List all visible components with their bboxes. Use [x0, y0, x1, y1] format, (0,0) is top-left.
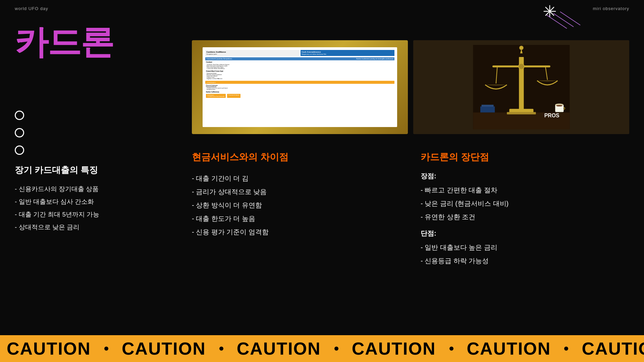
caution-text-2: CAUTION — [122, 339, 206, 359]
diff-item-5: - 신용 평가 기준이 엄격함 — [192, 225, 400, 239]
scales-svg: PROS — [446, 45, 597, 129]
diff-item-4: - 대출 한도가 더 높음 — [192, 212, 400, 225]
cons-item-2: - 신용등급 하락 가능성 — [421, 254, 629, 267]
diff-item-3: - 상환 방식이 더 유연함 — [192, 198, 400, 212]
left-item-4: - 상대적으로 낮은 금리 — [15, 221, 176, 234]
caution-text-5: CAUTION — [467, 339, 551, 359]
caution-dot-2 — [219, 347, 223, 351]
caution-text-6: CAUTION — [582, 339, 644, 359]
caution-text-4: CAUTION — [352, 339, 436, 359]
caution-banner: CAUTION CAUTION CAUTION CAUTION CAUTION … — [0, 335, 644, 362]
caution-dot-4 — [449, 347, 453, 351]
cons-item-1: - 일반 대출보다 높은 금리 — [421, 241, 629, 254]
images-container: Casblenc AndManceComparison point Cash A… — [192, 40, 629, 134]
svg-rect-6 — [509, 109, 533, 113]
deco-lines — [543, 10, 584, 30]
svg-rect-7 — [507, 112, 536, 114]
left-section-title: 장기 카드대출의 특징 — [15, 164, 176, 176]
svg-line-1 — [560, 12, 580, 25]
pros-cons-section: 카드론의 장단점 장점: - 빠르고 간편한 대출 절차 - 낮은 금리 (현금… — [421, 151, 629, 267]
svg-point-19 — [556, 105, 562, 106]
comparison-table-image: Casblenc AndManceComparison point Cash A… — [192, 40, 408, 134]
pros-content: - 빠르고 간편한 대출 절차 - 낮은 금리 (현금서비스 대비) - 유연한… — [421, 183, 629, 224]
left-section-content: - 신용카드사의 장기대출 상품 - 일반 대출보다 심사 간소화 - 대출 기… — [15, 183, 176, 234]
left-item-1: - 신용카드사의 장기대출 상품 — [15, 183, 176, 195]
left-section: 장기 카드대출의 특징 - 신용카드사의 장기대출 상품 - 일반 대출보다 심… — [15, 164, 176, 234]
diff-item-1: - 대출 기간이 더 김 — [192, 172, 400, 185]
comparison-table: Casblenc AndManceComparison point Cash A… — [203, 47, 397, 127]
bullet-circles — [15, 111, 24, 155]
difference-content: - 대출 기간이 더 김 - 금리가 상대적으로 낮음 - 상환 방식이 더 유… — [192, 172, 400, 239]
caution-text-1: CAUTION — [7, 339, 91, 359]
comparison-bg: Casblenc AndManceComparison point Cash A… — [192, 40, 408, 134]
scales-image: PROS — [413, 40, 629, 134]
bullet-circle-2 — [15, 128, 24, 137]
scales-bg: PROS — [413, 40, 629, 134]
svg-point-9 — [519, 46, 523, 50]
caution-text-3: CAUTION — [237, 339, 321, 359]
caution-dot-1 — [104, 347, 108, 351]
pros-item-2: - 낮은 금리 (현금서비스 대비) — [421, 197, 629, 210]
cons-content: - 일반 대출보다 높은 금리 - 신용등급 하락 가능성 — [421, 241, 629, 267]
bullet-circle-3 — [15, 145, 24, 155]
header-right-text: miri observatory — [593, 6, 629, 11]
svg-rect-16 — [481, 105, 493, 107]
caution-track: CAUTION CAUTION CAUTION CAUTION CAUTION … — [0, 339, 644, 359]
diff-item-2: - 금리가 상대적으로 낮음 — [192, 185, 400, 198]
left-item-3: - 대출 기간 최대 5년까지 가능 — [15, 208, 176, 221]
caution-dot-3 — [334, 347, 338, 351]
cons-label: 단점: — [421, 229, 629, 238]
pros-item-3: - 유연한 상환 조건 — [421, 210, 629, 224]
bottom-sections: 현금서비스와의 차이점 - 대출 기간이 더 김 - 금리가 상대적으로 낮음 … — [192, 151, 629, 267]
pros-label: 장점: — [421, 172, 629, 181]
svg-line-2 — [547, 15, 567, 28]
svg-line-0 — [553, 13, 574, 27]
pros-cons-title: 카드론의 장단점 — [421, 151, 629, 164]
left-item-2: - 일반 대출보다 심사 간소화 — [15, 195, 176, 208]
difference-section: 현금서비스와의 차이점 - 대출 기간이 더 김 - 금리가 상대적으로 낮음 … — [192, 151, 400, 267]
header-left-text: world UFO day — [15, 6, 48, 11]
svg-text:PROS: PROS — [544, 113, 559, 118]
caution-dot-5 — [564, 347, 568, 351]
pros-item-1: - 빠르고 간편한 대출 절차 — [421, 183, 629, 197]
page-title: 카드론 — [15, 20, 113, 65]
bullet-circle-1 — [15, 111, 24, 120]
svg-rect-15 — [480, 107, 495, 113]
svg-point-11 — [518, 63, 524, 69]
difference-title: 현금서비스와의 차이점 — [192, 151, 400, 164]
